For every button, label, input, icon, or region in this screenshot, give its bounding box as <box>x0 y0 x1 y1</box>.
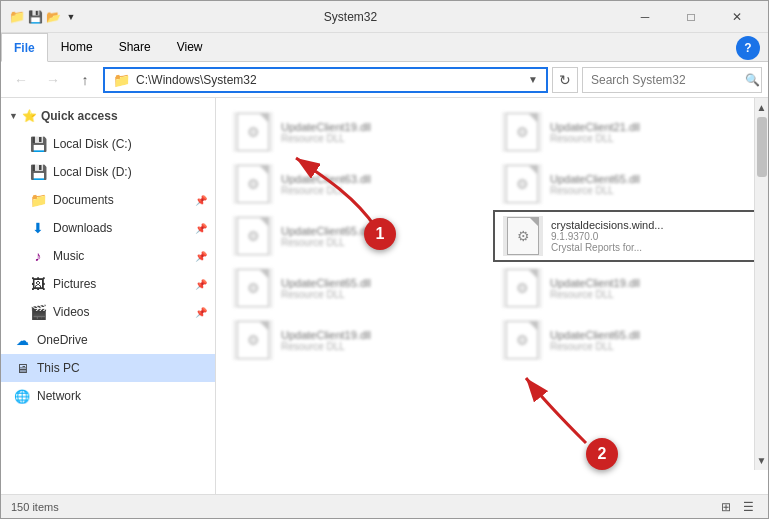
file-name: UpdateClient21.dll <box>550 121 640 133</box>
highlighted-file-item[interactable]: ⚙ crystaldecisions.wind... 9.1.9370.0 Cr… <box>493 210 760 262</box>
view-details-button[interactable]: ⊞ <box>716 498 736 516</box>
view-buttons: ⊞ ☰ <box>716 498 758 516</box>
ribbon: File Home Share View ? <box>1 33 768 62</box>
minimize-button[interactable]: ─ <box>622 1 668 33</box>
sidebar-item-onedrive[interactable]: ☁ OneDrive <box>1 326 215 354</box>
sidebar-section-quick-access[interactable]: ▼ ⭐ Quick access <box>1 102 215 130</box>
file-info: UpdateClient63.dll Resource DLL <box>281 173 371 196</box>
file-type: Resource DLL <box>281 185 371 196</box>
forward-button[interactable]: → <box>39 67 67 93</box>
downloads-icon: ⬇ <box>29 219 47 237</box>
search-icon[interactable]: 🔍 <box>745 73 760 87</box>
pictures-icon: 🖼 <box>29 275 47 293</box>
view-list-button[interactable]: ☰ <box>738 498 758 516</box>
folder-options-icon: 📂 <box>45 9 61 25</box>
list-item[interactable]: ⚙ UpdateClient19.dll Resource DLL <box>493 262 760 314</box>
tab-view[interactable]: View <box>164 33 216 61</box>
file-thumb: ⚙ <box>233 112 273 152</box>
folder-icon: 📁 <box>9 9 25 25</box>
dll-icon: ⚙ <box>506 113 538 151</box>
up-button[interactable]: ↑ <box>71 67 99 93</box>
file-name: UpdateClient63.dll <box>281 173 371 185</box>
window-title: System32 <box>79 10 622 24</box>
documents-icon: 📁 <box>29 191 47 209</box>
sidebar-item-this-pc[interactable]: 🖥 This PC <box>1 354 215 382</box>
back-button[interactable]: ← <box>7 67 35 93</box>
list-item[interactable]: ⚙ UpdateClient65.dll Resource DLL <box>493 158 760 210</box>
address-path[interactable]: 📁 C:\Windows\System32 ▼ <box>103 67 548 93</box>
list-item[interactable]: ⚙ UpdateClient63.dll Resource DLL <box>224 158 491 210</box>
title-bar: 📁 💾 📂 ▼ System32 ─ □ ✕ <box>1 1 768 33</box>
gear-icon: ⚙ <box>516 124 529 140</box>
list-item[interactable]: ⚙ UpdateClient19.dll Resource DLL <box>224 314 491 366</box>
file-type: Resource DLL <box>281 341 371 352</box>
list-item[interactable]: ⚙ UpdateClient65.dll Resource DLL <box>224 262 491 314</box>
help-button[interactable]: ? <box>736 36 760 60</box>
file-info: UpdateClient19.dll Resource DLL <box>281 121 371 144</box>
quick-access-chevron: ▼ <box>9 111 18 121</box>
restore-button[interactable]: □ <box>668 1 714 33</box>
sidebar: ▼ ⭐ Quick access 💾 Local Disk (C:) 💾 Loc… <box>1 98 216 494</box>
file-thumb: ⚙ <box>233 268 273 308</box>
dll-icon: ⚙ <box>506 269 538 307</box>
gear-icon: ⚙ <box>516 332 529 348</box>
file-name: UpdateClient65.dll <box>281 277 371 289</box>
dll-icon: ⚙ <box>237 217 269 255</box>
file-name: UpdateClient65.dll <box>550 329 640 341</box>
ribbon-tabs: File Home Share View ? <box>1 33 768 61</box>
file-thumb: ⚙ <box>233 164 273 204</box>
tab-file[interactable]: File <box>1 33 48 62</box>
sidebar-item-music[interactable]: ♪ Music 📌 <box>1 242 215 270</box>
scroll-up-button[interactable]: ▲ <box>755 100 768 115</box>
close-button[interactable]: ✕ <box>714 1 760 33</box>
file-thumb: ⚙ <box>502 320 542 360</box>
file-thumb: ⚙ <box>502 268 542 308</box>
sidebar-item-documents[interactable]: 📁 Documents 📌 <box>1 186 215 214</box>
file-thumb: ⚙ <box>503 216 543 256</box>
file-name: UpdateClient65.dll <box>550 173 640 185</box>
file-name: UpdateClient19.dll <box>550 277 640 289</box>
sidebar-item-pictures[interactable]: 🖼 Pictures 📌 <box>1 270 215 298</box>
this-pc-label: This PC <box>37 361 207 375</box>
gear-icon: ⚙ <box>247 124 260 140</box>
address-bar: ← → ↑ 📁 C:\Windows\System32 ▼ ↻ 🔍 <box>1 62 768 98</box>
path-dropdown-icon[interactable]: ▼ <box>528 74 538 85</box>
music-pin-icon: 📌 <box>195 251 207 262</box>
file-name: UpdateClient19.dll <box>281 121 371 133</box>
file-type: Resource DLL <box>550 289 640 300</box>
list-item[interactable]: ⚙ UpdateClient19.dll Resource DLL <box>224 106 491 158</box>
scroll-down-button[interactable]: ▼ <box>755 453 768 468</box>
status-bar: 150 items ⊞ ☰ <box>1 494 768 518</box>
path-folder-icon: 📁 <box>113 72 130 88</box>
documents-pin-icon: 📌 <box>195 195 207 206</box>
file-info: UpdateClient65.dll Resource DLL <box>550 329 640 352</box>
list-item[interactable]: ⚙ UpdateClient65.dll Resource DLL <box>493 314 760 366</box>
content-scroll: ⚙ UpdateClient19.dll Resource DLL <box>216 98 768 494</box>
local-disk-c-icon: 💾 <box>29 135 47 153</box>
list-item[interactable]: ⚙ UpdateClient21.dll Resource DLL <box>493 106 760 158</box>
quick-access-icon: ⭐ <box>22 109 37 123</box>
search-input[interactable] <box>591 73 741 87</box>
sidebar-item-videos[interactable]: 🎬 Videos 📌 <box>1 298 215 326</box>
file-info: UpdateClient19.dll Resource DLL <box>550 277 640 300</box>
dropdown-icon: ▼ <box>63 9 79 25</box>
save-icon: 💾 <box>27 9 43 25</box>
gear-icon: ⚙ <box>517 228 530 244</box>
sidebar-item-downloads[interactable]: ⬇ Downloads 📌 <box>1 214 215 242</box>
file-type: Resource DLL <box>281 289 371 300</box>
scrollbar-thumb[interactable] <box>757 117 767 177</box>
dll-icon: ⚙ <box>237 165 269 203</box>
tab-share[interactable]: Share <box>106 33 164 61</box>
scrollbar[interactable]: ▲ ▼ <box>754 98 768 470</box>
path-text: C:\Windows\System32 <box>136 73 522 87</box>
pictures-label: Pictures <box>53 277 189 291</box>
quick-access-label: Quick access <box>41 109 118 123</box>
sidebar-item-network[interactable]: 🌐 Network <box>1 382 215 410</box>
file-type: 9.1.9370.0 <box>551 231 664 242</box>
sidebar-item-local-disk-c[interactable]: 💾 Local Disk (C:) <box>1 130 215 158</box>
refresh-button[interactable]: ↻ <box>552 67 578 93</box>
list-item[interactable]: ⚙ UpdateClient65.dll Resource DLL <box>224 210 491 262</box>
network-icon: 🌐 <box>13 387 31 405</box>
sidebar-item-local-disk-d[interactable]: 💾 Local Disk (D:) <box>1 158 215 186</box>
tab-home[interactable]: Home <box>48 33 106 61</box>
